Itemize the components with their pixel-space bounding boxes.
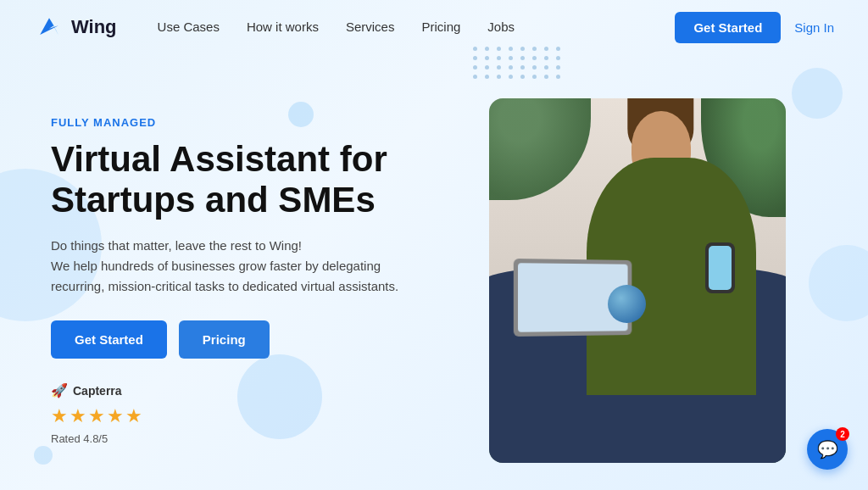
nav-item-jobs[interactable]: Jobs [487,19,515,35]
main-nav: Wing Use Cases How it works Services Pri… [0,0,868,54]
capterra-flag-icon: 🚀 [51,382,68,398]
nav-link-pricing[interactable]: Pricing [421,19,460,34]
phone [705,242,735,293]
nav-get-started-button[interactable]: Get Started [675,12,781,43]
hero-get-started-button[interactable]: Get Started [51,320,167,359]
main-content: FULLY MANAGED Virtual Assistant for Star… [0,54,868,490]
logo-text: Wing [71,16,117,38]
nav-actions: Get Started Sign In [675,12,834,43]
star-5: ★ [125,405,142,427]
svg-marker-0 [40,18,58,35]
star-2: ★ [70,405,86,427]
capterra-section: 🚀 Capterra ★ ★ ★ ★ ★ Rated 4.8/5 [51,382,441,445]
logo-link[interactable]: Wing [34,12,117,42]
nav-sign-in-button[interactable]: Sign In [794,20,834,35]
capterra-logo: 🚀 Capterra [51,382,441,398]
nav-link-use-cases[interactable]: Use Cases [158,19,220,34]
chat-widget[interactable]: 2 💬 [807,429,848,470]
hero-right [458,98,817,463]
nav-links-list: Use Cases How it works Services Pricing … [158,19,515,35]
hero-title: Virtual Assistant for Startups and SMEs [51,139,441,221]
hero-pricing-button[interactable]: Pricing [179,320,270,359]
hero-badge: FULLY MANAGED [51,116,441,129]
nav-link-services[interactable]: Services [346,19,395,34]
hero-buttons: Get Started Pricing [51,320,441,359]
capterra-name: Capterra [73,384,122,398]
hero-subtitle: Do things that matter, leave the rest to… [51,236,407,297]
star-4: ★ [107,405,124,427]
rating-text: Rated 4.8/5 [51,432,441,445]
wing-logo-icon [34,12,64,42]
phone-screen [709,246,732,290]
photo-background [489,98,786,463]
nav-item-pricing[interactable]: Pricing [421,19,460,35]
nav-link-jobs[interactable]: Jobs [487,19,515,34]
chat-badge: 2 [836,427,849,441]
nav-item-use-cases[interactable]: Use Cases [158,19,220,35]
nav-item-how-it-works[interactable]: How it works [247,19,319,35]
blue-sphere-decoration [608,285,646,323]
chat-icon: 💬 [817,439,838,459]
hero-image [489,98,786,463]
star-1: ★ [51,405,68,427]
star-3: ★ [88,405,105,427]
star-rating: ★ ★ ★ ★ ★ [51,405,441,427]
nav-link-how-it-works[interactable]: How it works [247,19,319,34]
hero-left: FULLY MANAGED Virtual Assistant for Star… [51,116,458,446]
nav-item-services[interactable]: Services [346,19,395,35]
